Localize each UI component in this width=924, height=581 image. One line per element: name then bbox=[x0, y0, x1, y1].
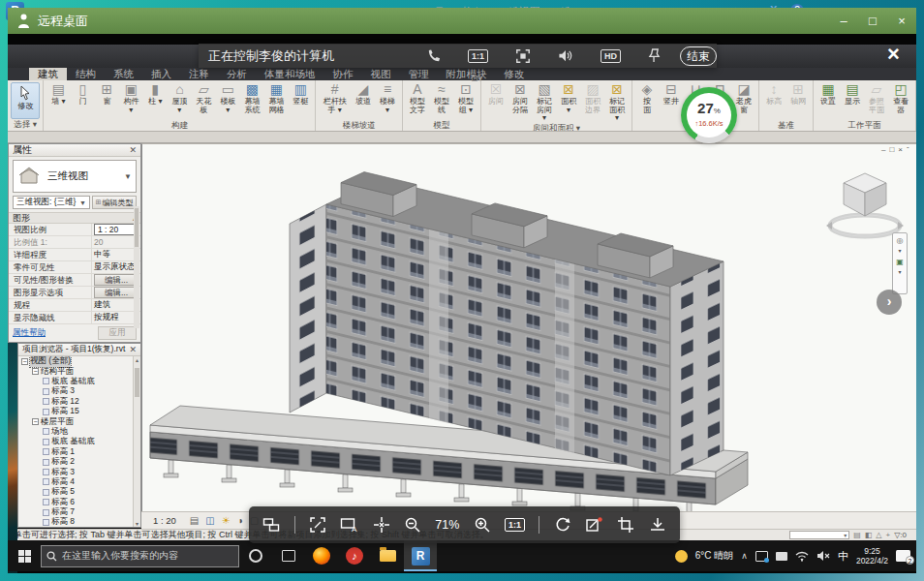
visual-style-icon[interactable]: ◫ bbox=[205, 515, 214, 526]
button-构件[interactable]: ▣构件 ▾ bbox=[119, 81, 142, 114]
detail-level-icon[interactable]: ▤ bbox=[190, 515, 199, 526]
button-幕墙网格[interactable]: ▦幕墙 网格 bbox=[264, 81, 288, 114]
type-caret-icon[interactable]: ▼ bbox=[124, 172, 132, 181]
tab-注释[interactable]: 注释 bbox=[180, 68, 218, 80]
tab-附加模块[interactable]: 附加模块 bbox=[438, 68, 496, 80]
modify-button[interactable]: 修改 bbox=[11, 82, 40, 119]
fullscreen-icon[interactable] bbox=[309, 516, 326, 534]
properties-close-icon[interactable]: ✕ bbox=[129, 145, 137, 155]
button-窗[interactable]: ⊞窗 bbox=[95, 81, 118, 107]
tree-item[interactable]: 标高 4 bbox=[18, 477, 133, 487]
type-selector[interactable]: 三维视图 ▼ bbox=[13, 160, 137, 193]
workset-dropdown[interactable]: ▾ bbox=[789, 531, 849, 539]
edit-type-button[interactable]: ⊞ 编辑类型 bbox=[92, 196, 137, 209]
tree-item[interactable]: 标高 6 bbox=[18, 497, 133, 506]
expander-icon[interactable]: − bbox=[32, 418, 39, 425]
panel-label[interactable]: 模型 bbox=[404, 120, 479, 131]
button-幕墙系统[interactable]: ▩幕墙 系统 bbox=[240, 81, 263, 114]
button-设置[interactable]: ▦设置 bbox=[816, 81, 840, 107]
exclude-options-icon[interactable]: △ bbox=[876, 531, 881, 539]
tab-结构[interactable]: 结构 bbox=[67, 68, 105, 80]
filter-icon[interactable]: ▽:0 bbox=[894, 531, 907, 539]
button-墙[interactable]: ▤墙 ▾ bbox=[46, 81, 70, 107]
tray-expand-icon[interactable]: ∧ bbox=[741, 551, 748, 561]
end-session-button[interactable]: 结束 bbox=[680, 46, 717, 66]
view-window-controls[interactable]: –□×ˆ bbox=[881, 145, 909, 154]
battery-icon[interactable] bbox=[776, 552, 787, 561]
maximize-button[interactable]: □ bbox=[858, 8, 887, 34]
notification-center-icon[interactable]: 2 bbox=[896, 550, 910, 562]
button-模型线[interactable]: ≈模型 线 bbox=[430, 81, 453, 114]
minimize-button[interactable]: – bbox=[829, 8, 858, 34]
download-icon[interactable] bbox=[649, 516, 666, 534]
wifi-icon[interactable] bbox=[795, 551, 809, 562]
ime-indicator[interactable]: 中 bbox=[838, 549, 848, 564]
tree-item[interactable]: 标高 3 bbox=[18, 467, 133, 476]
button-房间[interactable]: ☒房间 bbox=[484, 81, 508, 107]
connection-quality-indicator[interactable]: 27% ↑16.6K/s bbox=[681, 87, 737, 143]
panel-label[interactable]: 房间和面积 ▾ bbox=[482, 123, 631, 132]
browser-close-icon[interactable]: ✕ bbox=[129, 345, 137, 354]
tab-协作[interactable]: 协作 bbox=[324, 68, 362, 80]
press-drag-icon[interactable]: + bbox=[886, 531, 891, 539]
properties-help-link[interactable]: 属性帮助 bbox=[13, 327, 46, 339]
button-天花板[interactable]: ▱天花板 bbox=[192, 81, 215, 114]
audio-button[interactable] bbox=[558, 48, 573, 63]
zoom-caret-icon[interactable]: ▾ bbox=[898, 268, 901, 277]
tab-视图[interactable]: 视图 bbox=[362, 68, 400, 80]
steering-wheel-icon[interactable]: ◎ bbox=[897, 236, 904, 245]
sidebar-toggle-button[interactable]: › bbox=[877, 290, 902, 315]
tree-item[interactable]: −楼层平面 bbox=[18, 416, 133, 426]
button-查看器[interactable]: ◰查看器 bbox=[889, 81, 912, 114]
panel-label[interactable]: 工作平面 bbox=[815, 120, 914, 131]
button-标记房间[interactable]: ▧标记 房间 ▾ bbox=[533, 81, 556, 123]
tab-管理[interactable]: 管理 bbox=[400, 68, 438, 80]
button-轴网[interactable]: ⊞轴网 bbox=[786, 81, 810, 107]
tab-建筑[interactable]: 建筑 bbox=[29, 68, 67, 80]
pin-toolbar-button[interactable] bbox=[648, 48, 661, 63]
tab-体量和场地[interactable]: 体量和场地 bbox=[256, 68, 324, 80]
tab-插入[interactable]: 插入 bbox=[142, 68, 180, 80]
button-竖梃[interactable]: ▥竖梃 bbox=[289, 81, 312, 107]
tree-item[interactable]: 标高 7 bbox=[18, 507, 133, 517]
button-面积边界[interactable]: ▨面积 边界 bbox=[581, 81, 604, 114]
taskbar-search-input[interactable]: 在这里输入你要搜索的内容 bbox=[41, 545, 239, 567]
tree-item[interactable]: −视图 (全部) bbox=[18, 356, 133, 366]
remote-window-titlebar[interactable]: 远程桌面 – □ × bbox=[8, 8, 916, 34]
zoom-out-icon[interactable] bbox=[404, 516, 421, 534]
panel-label[interactable]: 楼梯坡道 bbox=[317, 120, 401, 131]
button-栏杆扶手[interactable]: #栏杆扶手 ▾ bbox=[319, 81, 351, 114]
instance-combo[interactable]: 三维视图: {三维} ▼ bbox=[13, 196, 90, 209]
tree-item[interactable]: 标高 8 bbox=[18, 517, 133, 527]
task-view-button[interactable] bbox=[272, 540, 305, 571]
button-面积[interactable]: ⊠面积 ▾ bbox=[557, 81, 580, 114]
revit-taskbar-button[interactable]: R bbox=[404, 540, 437, 571]
tab-分析[interactable]: 分析 bbox=[218, 68, 256, 80]
button-坡道[interactable]: ◢坡道 bbox=[352, 81, 375, 107]
apply-button[interactable]: 应用 bbox=[98, 326, 137, 340]
hd-quality-button[interactable]: HD bbox=[601, 49, 621, 63]
actual-size-icon[interactable]: 1:1 bbox=[505, 518, 525, 532]
select-group-label[interactable]: 选择 ▾ bbox=[8, 119, 43, 130]
start-button[interactable] bbox=[8, 540, 41, 571]
actual-size-button[interactable]: 1:1 bbox=[468, 49, 488, 63]
select-region-button[interactable] bbox=[515, 48, 531, 64]
button-按面[interactable]: ◈按 面 bbox=[635, 81, 659, 114]
shadows-icon[interactable]: ◑ bbox=[237, 515, 243, 526]
panel-label[interactable]: 基准 bbox=[760, 120, 812, 131]
firefox-button[interactable] bbox=[305, 540, 338, 571]
button-标高[interactable]: ↕标高 bbox=[762, 81, 785, 107]
call-button[interactable] bbox=[426, 48, 441, 63]
tree-item[interactable]: 标高 2 bbox=[18, 457, 133, 467]
refresh-icon[interactable] bbox=[554, 516, 571, 534]
button-参照平面[interactable]: ▱参照 平面 bbox=[865, 81, 888, 114]
weather-text[interactable]: 6°C 晴朗 bbox=[695, 549, 734, 563]
button-柱[interactable]: ▮柱 ▾ bbox=[143, 81, 167, 107]
workset-icon[interactable]: ▤ bbox=[853, 531, 861, 539]
button-楼梯[interactable]: ≡楼梯 ▾ bbox=[376, 81, 399, 114]
tree-item[interactable]: 板底 基础底 bbox=[18, 437, 133, 446]
view-scale[interactable]: 1 : 20 bbox=[153, 515, 176, 526]
monitor-layout-icon[interactable] bbox=[262, 516, 280, 534]
building-model[interactable] bbox=[142, 144, 916, 511]
tab-extra-icon[interactable]: ⊡▾ bbox=[471, 68, 482, 85]
